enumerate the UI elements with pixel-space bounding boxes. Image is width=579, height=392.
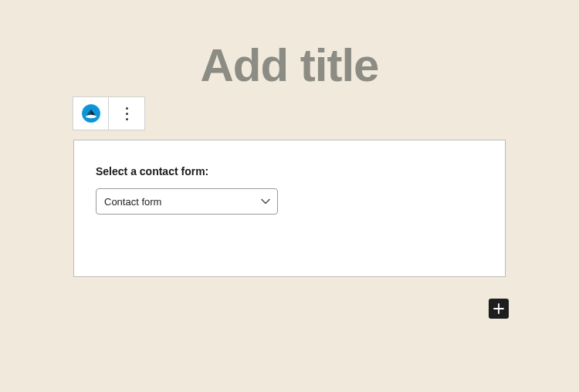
- block-toolbar: [73, 96, 145, 130]
- plus-icon: [493, 302, 505, 315]
- more-options-button[interactable]: [109, 97, 144, 130]
- title-area: Add title: [0, 39, 579, 92]
- contact-form-select[interactable]: Contact form: [96, 188, 278, 215]
- pirate-forms-icon: [81, 103, 101, 123]
- post-title-input[interactable]: Add title: [0, 39, 579, 92]
- form-select-wrapper: Contact form: [96, 188, 278, 215]
- ellipsis-vertical-icon: [126, 107, 128, 120]
- form-select-label: Select a contact form:: [96, 165, 483, 177]
- add-block-button[interactable]: [489, 299, 509, 319]
- svg-point-2: [86, 115, 96, 118]
- contact-form-block: Select a contact form: Contact form: [73, 140, 506, 277]
- editor-canvas: Add title Select a contact form:: [0, 0, 579, 392]
- block-type-button[interactable]: [73, 97, 109, 130]
